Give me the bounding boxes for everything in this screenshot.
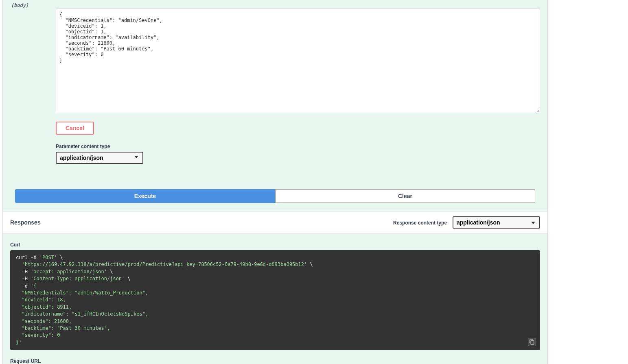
request-url-section-label: Request URL	[3, 350, 547, 364]
response-content-type-select[interactable]: application/json	[453, 216, 540, 229]
operation-panel: (body) Cancel Parameter content type app…	[2, 0, 548, 364]
cancel-button[interactable]: Cancel	[56, 122, 94, 135]
param-area: Cancel Parameter content type applicatio…	[3, 8, 547, 171]
param-content-type-select-wrap: application/json	[56, 149, 143, 164]
body-param-label: (body)	[3, 0, 547, 8]
action-button-row: Execute Clear	[3, 171, 547, 211]
curl-text: curl -X 'POST' \ 'https://169.47.92.118/…	[16, 255, 313, 345]
param-content-type-select[interactable]: application/json	[56, 152, 143, 164]
response-content-type-group: Response content type application/json	[393, 216, 540, 229]
copy-icon[interactable]	[528, 338, 536, 346]
responses-bar: Responses Response content type applicat…	[3, 211, 547, 234]
response-content-type-label: Response content type	[393, 220, 447, 226]
curl-code-block: curl -X 'POST' \ 'https://169.47.92.118/…	[10, 250, 540, 350]
clear-button[interactable]: Clear	[275, 189, 535, 203]
response-content-type-select-wrap: application/json	[453, 216, 540, 229]
execute-button[interactable]: Execute	[15, 189, 275, 203]
curl-section-label: Curl	[3, 234, 547, 250]
body-textarea[interactable]	[56, 8, 540, 113]
param-content-type-label: Parameter content type	[56, 144, 540, 149]
responses-title: Responses	[10, 219, 41, 226]
